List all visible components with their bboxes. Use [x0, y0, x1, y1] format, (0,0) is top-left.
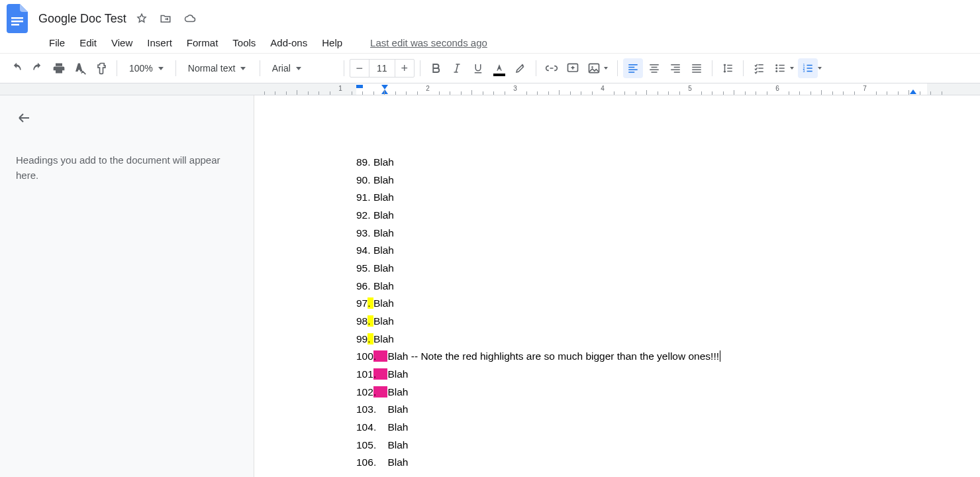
document-line[interactable]: 102. Blah — [356, 384, 980, 401]
separator — [536, 60, 536, 76]
ruler-number: 4 — [601, 85, 605, 92]
menu-tools[interactable]: Tools — [232, 37, 256, 48]
document-line[interactable]: 103. Blah — [356, 401, 980, 419]
paint-format-button[interactable] — [91, 58, 111, 78]
font-select[interactable]: Arial — [266, 58, 338, 78]
insert-image-button[interactable] — [584, 58, 604, 78]
text-cursor — [720, 350, 720, 362]
document-line[interactable]: 106. Blah — [356, 454, 980, 472]
menu-view[interactable]: View — [111, 37, 132, 48]
svg-text:3: 3 — [803, 69, 805, 73]
ruler[interactable]: 1234567 — [0, 83, 980, 95]
menu-bar: File Edit View Insert Format Tools Add-o… — [5, 32, 975, 53]
font-size-decrease-button[interactable]: − — [350, 60, 369, 77]
ruler-number: 7 — [863, 85, 867, 92]
chevron-down-icon[interactable] — [818, 67, 822, 70]
svg-rect-1 — [11, 21, 23, 23]
italic-button[interactable] — [447, 58, 467, 78]
print-button[interactable] — [49, 58, 69, 78]
insert-link-button[interactable] — [542, 58, 562, 78]
move-icon[interactable] — [160, 13, 172, 25]
document-canvas[interactable]: 89. Blah90. Blah91. Blah92. Blah93. Blah… — [254, 95, 980, 477]
document-line[interactable]: 98. Blah — [356, 313, 980, 331]
align-justify-button[interactable] — [687, 58, 707, 78]
ruler-number: 2 — [426, 85, 430, 92]
document-line[interactable]: 95. Blah — [356, 260, 980, 278]
menu-insert[interactable]: Insert — [147, 37, 172, 48]
bulleted-list-button[interactable] — [770, 58, 790, 78]
last-edit-link[interactable]: Last edit was seconds ago — [370, 37, 487, 48]
svg-point-7 — [775, 68, 777, 70]
line-spacing-button[interactable] — [718, 58, 738, 78]
svg-rect-0 — [11, 17, 23, 19]
docs-logo-icon[interactable] — [5, 3, 29, 34]
redo-button[interactable] — [28, 58, 48, 78]
document-line[interactable]: 89. Blah — [356, 154, 980, 172]
align-center-button[interactable] — [644, 58, 664, 78]
outline-pane: Headings you add to the document will ap… — [0, 95, 254, 477]
font-size-increase-button[interactable]: + — [395, 60, 414, 77]
svg-rect-2 — [11, 24, 19, 26]
text-color-swatch — [493, 74, 505, 76]
document-line[interactable]: 105. Blah — [356, 437, 980, 454]
separator — [344, 60, 344, 76]
document-line[interactable]: 104. Blah — [356, 419, 980, 437]
left-indent-marker[interactable] — [381, 89, 388, 94]
menu-edit[interactable]: Edit — [79, 37, 97, 48]
svg-point-5 — [591, 66, 593, 68]
hanging-indent-marker[interactable] — [381, 85, 388, 89]
text-color-button[interactable] — [489, 58, 509, 78]
zoom-select[interactable]: 100% — [122, 58, 170, 78]
document-line[interactable]: 101. Blah — [356, 366, 980, 384]
document-title[interactable]: Google Doc Test — [34, 11, 130, 27]
document-line[interactable]: 91. Blah — [356, 189, 980, 207]
font-value: Arial — [272, 63, 291, 74]
insert-comment-button[interactable] — [563, 58, 583, 78]
document-line[interactable]: 100. Blah -- Note the red highlights are… — [356, 348, 980, 366]
separator — [420, 60, 420, 76]
separator — [712, 60, 712, 76]
menu-help[interactable]: Help — [322, 37, 342, 48]
align-left-button[interactable] — [623, 58, 643, 78]
ruler-number: 5 — [688, 85, 692, 92]
highlight-color-button[interactable] — [511, 58, 530, 78]
chevron-down-icon[interactable] — [790, 67, 794, 70]
undo-button[interactable] — [7, 58, 26, 78]
document-line[interactable]: 97. Blah — [356, 295, 980, 313]
chevron-down-icon[interactable] — [604, 67, 608, 70]
first-line-indent-marker[interactable] — [356, 85, 363, 88]
outline-collapse-button[interactable] — [16, 110, 238, 129]
menu-file[interactable]: File — [49, 37, 65, 48]
paragraph-style-select[interactable]: Normal text — [181, 58, 254, 78]
align-right-button[interactable] — [665, 58, 685, 78]
font-size-input[interactable] — [369, 60, 395, 77]
font-size-group: − + — [350, 59, 415, 78]
menu-addons[interactable]: Add-ons — [270, 37, 307, 48]
separator — [117, 60, 117, 76]
right-indent-marker[interactable] — [910, 89, 916, 94]
svg-point-6 — [775, 64, 777, 66]
document-line[interactable]: 96. Blah — [356, 278, 980, 295]
underline-button[interactable] — [468, 58, 488, 78]
numbered-list-button[interactable]: 123 — [798, 58, 818, 78]
bold-button[interactable] — [426, 58, 446, 78]
document-line[interactable]: 94. Blah — [356, 242, 980, 260]
document-line[interactable]: 93. Blah — [356, 225, 980, 242]
document-line[interactable]: 90. Blah — [356, 172, 980, 189]
spellcheck-button[interactable] — [70, 58, 90, 78]
app-header: Google Doc Test File Edit View Insert Fo… — [0, 0, 980, 53]
document-line[interactable]: 92. Blah — [356, 207, 980, 225]
paragraph-style-value: Normal text — [188, 63, 236, 74]
checklist-button[interactable] — [749, 58, 769, 78]
star-icon[interactable] — [136, 13, 148, 25]
menu-format[interactable]: Format — [187, 37, 219, 48]
document-body[interactable]: 89. Blah90. Blah91. Blah92. Blah93. Blah… — [254, 95, 980, 472]
page: 89. Blah90. Blah91. Blah92. Blah93. Blah… — [254, 95, 980, 477]
ruler-number: 6 — [775, 85, 779, 92]
cloud-status-icon[interactable] — [183, 13, 197, 25]
chevron-down-icon — [296, 67, 301, 70]
svg-point-8 — [775, 70, 777, 72]
separator — [175, 60, 176, 76]
document-line[interactable]: 99. Blah — [356, 331, 980, 348]
chevron-down-icon — [240, 67, 246, 70]
